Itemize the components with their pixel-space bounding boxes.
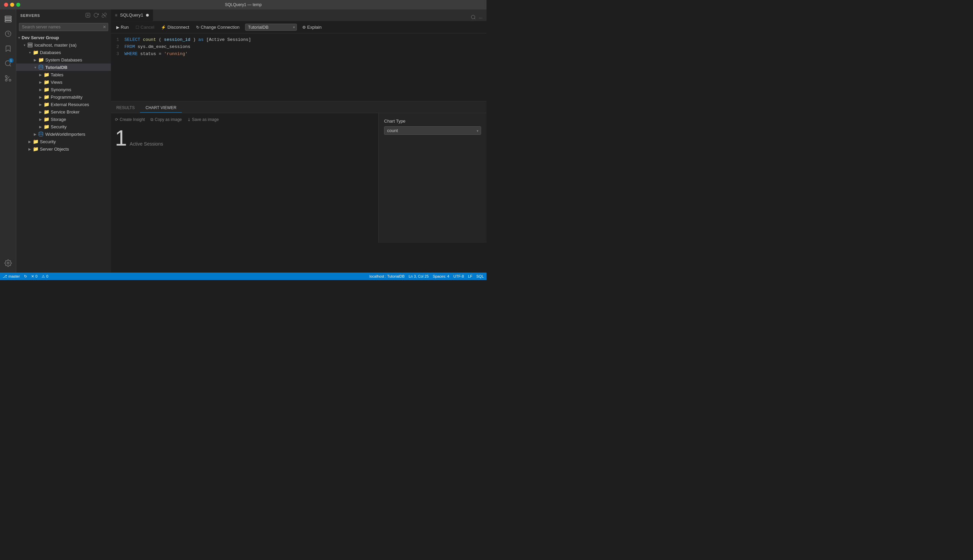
synonyms-label: Synonyms xyxy=(51,87,71,92)
connection-indicator[interactable]: localhost : TutorialDB xyxy=(369,274,405,278)
create-insight-button[interactable]: ⟳ Create Insight xyxy=(115,117,145,122)
tree-item-wwi[interactable]: ▶ WideWorldImporters xyxy=(16,130,111,138)
save-icon: ⤓ xyxy=(187,117,191,122)
disconnect-button[interactable]: ⚡ Disconnect xyxy=(160,24,191,30)
line-ending-indicator[interactable]: LF xyxy=(468,274,472,278)
alias-token: [Active Sessions] xyxy=(206,37,251,42)
arrow-icon: ▾ xyxy=(22,43,27,47)
code-editor[interactable]: 1 SELECT count ( session_id ) as [Active… xyxy=(111,33,486,101)
folder-icon: 📁 xyxy=(43,109,49,115)
minimize-button[interactable] xyxy=(10,3,14,7)
change-connection-icon: ↻ xyxy=(196,25,199,30)
encoding-indicator[interactable]: UTF-8 xyxy=(453,274,464,278)
line-content: FROM sys.dm_exec_sessions xyxy=(124,43,486,50)
maximize-button[interactable] xyxy=(16,3,20,7)
tree-item-external-resources[interactable]: ▶ 📁 External Resources xyxy=(16,101,111,108)
cursor-position[interactable]: Ln 3, Col 25 xyxy=(409,274,429,278)
tree-item-storage[interactable]: ▶ 📁 Storage xyxy=(16,115,111,123)
condition-token: status = xyxy=(140,51,164,57)
active-sessions-display: 1 Active Sessions xyxy=(115,127,374,149)
arrow-icon: ▶ xyxy=(38,80,43,84)
close-button[interactable] xyxy=(4,3,8,7)
tree-item-programmability[interactable]: ▶ 📁 Programmability xyxy=(16,93,111,101)
sidebar-header: SERVERS xyxy=(16,10,111,22)
folder-icon: 📁 xyxy=(43,79,49,85)
change-connection-button[interactable]: ↻ Change Connection xyxy=(195,24,241,30)
tree-item-tables[interactable]: ▶ 📁 Tables xyxy=(16,71,111,78)
cursor-text: Ln 3, Col 25 xyxy=(409,274,429,278)
tree-group-dev-server[interactable]: ▾ Dev Server Group xyxy=(16,34,111,41)
chart-type-label: Chart Type xyxy=(384,118,481,123)
explain-button[interactable]: ⚙ Explain xyxy=(301,24,323,30)
disconnect-icon[interactable] xyxy=(102,12,107,19)
sync-indicator[interactable]: ↻ xyxy=(24,274,27,278)
tab-chart-viewer[interactable]: CHART VIEWER xyxy=(140,103,182,113)
traffic-lights[interactable] xyxy=(4,3,20,7)
errors-indicator[interactable]: ✕ 0 xyxy=(31,274,38,278)
folder-icon: 📁 xyxy=(32,146,38,152)
refresh-icon[interactable] xyxy=(93,12,99,19)
paren-token: ( xyxy=(159,37,161,42)
tab-results[interactable]: RESULTS xyxy=(111,103,140,113)
activity-item-servers[interactable] xyxy=(2,12,15,26)
tree-item-server-objects[interactable]: ▶ 📁 Server Objects xyxy=(16,145,111,153)
cancel-icon: ☐ xyxy=(135,25,139,30)
search-icon[interactable] xyxy=(471,15,476,21)
results-panel: RESULTS CHART VIEWER ⟳ Create Insight ⧉ xyxy=(111,101,486,243)
arrow-icon: ▶ xyxy=(38,95,43,99)
disconnect-label: Disconnect xyxy=(167,25,189,30)
paren-close-token: ) xyxy=(193,37,199,42)
copy-as-image-button[interactable]: ⧉ Copy as image xyxy=(150,117,182,122)
run-button[interactable]: ▶ Run xyxy=(115,24,130,30)
warnings-indicator[interactable]: ⚠ 0 xyxy=(42,274,48,278)
encoding-text: UTF-8 xyxy=(453,274,464,278)
line-number: 2 xyxy=(111,43,124,50)
folder-icon: 📁 xyxy=(32,139,38,144)
spaces-indicator[interactable]: Spaces: 4 xyxy=(433,274,449,278)
activity-item-search[interactable]: 1 xyxy=(2,57,15,70)
db-selector: TutorialDB master WideWorldImporters ▾ xyxy=(245,23,297,31)
save-as-image-label: Save as image xyxy=(192,117,219,122)
spaces-text: Spaces: 4 xyxy=(433,274,449,278)
tree-item-views[interactable]: ▶ 📁 Views xyxy=(16,78,111,86)
branch-indicator[interactable]: ⎇ master xyxy=(3,274,20,278)
service-broker-label: Service Broker xyxy=(51,110,79,115)
arrow-icon: ▾ xyxy=(27,51,32,54)
branch-icon: ⎇ xyxy=(3,274,7,278)
insight-icon: ⟳ xyxy=(115,117,118,122)
arrow-icon: ▾ xyxy=(32,65,38,69)
tree-item-security-top[interactable]: ▶ 📁 Security xyxy=(16,138,111,145)
server-objects-label: Server Objects xyxy=(40,147,69,152)
svg-rect-15 xyxy=(28,45,32,46)
activity-item-git[interactable] xyxy=(2,72,15,85)
activity-bar: 1 xyxy=(0,10,16,273)
activity-item-settings[interactable] xyxy=(2,257,15,270)
tree-item-security-db[interactable]: ▶ 📁 Security xyxy=(16,123,111,130)
language-indicator[interactable]: SQL xyxy=(476,274,484,278)
activity-item-history[interactable] xyxy=(2,27,15,40)
tree-item-synonyms[interactable]: ▶ 📁 Synonyms xyxy=(16,86,111,93)
tab-actions: ··· xyxy=(471,15,486,21)
tree-server-localhost[interactable]: ▾ localhost, master (sa) xyxy=(16,41,111,48)
more-icon[interactable]: ··· xyxy=(479,15,482,20)
tree-item-tutorialdb[interactable]: ▾ TutorialDB xyxy=(16,63,111,71)
activity-item-bookmarks[interactable] xyxy=(2,42,15,55)
new-query-icon[interactable] xyxy=(85,12,90,19)
svg-rect-2 xyxy=(5,21,11,22)
editor-area: ≡ SQLQuery1 ··· ▶ Run ☐ xyxy=(111,10,486,273)
tree-item-databases[interactable]: ▾ 📁 Databases xyxy=(16,48,111,56)
clear-search-icon[interactable]: ✕ xyxy=(103,25,106,29)
chart-type-select[interactable]: count bar line pie timeSeries scatter xyxy=(384,126,481,135)
notification-badge: 1 xyxy=(9,58,13,63)
save-as-image-button[interactable]: ⤓ Save as image xyxy=(187,117,219,122)
tree-item-system-databases[interactable]: ▶ 📁 System Databases xyxy=(16,56,111,63)
titlebar: SQLQuery1 — temp xyxy=(0,0,486,10)
tree-item-service-broker[interactable]: ▶ 📁 Service Broker xyxy=(16,108,111,115)
search-input[interactable] xyxy=(19,23,108,31)
folder-icon: 📁 xyxy=(43,87,49,92)
svg-point-17 xyxy=(39,65,43,66)
programmability-label: Programmability xyxy=(51,95,82,100)
cancel-button[interactable]: ☐ Cancel xyxy=(134,24,155,30)
editor-tab[interactable]: ≡ SQLQuery1 xyxy=(111,10,153,21)
db-select[interactable]: TutorialDB master WideWorldImporters xyxy=(245,23,297,31)
